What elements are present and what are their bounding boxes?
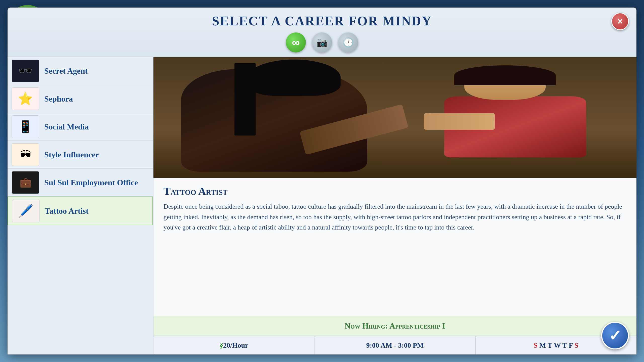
career-icon-sephora: ⭐ <box>12 87 39 110</box>
dialog-header: Select a Career for Mindy ∞ 📷 🕐 × <box>8 8 636 57</box>
career-item-sephora[interactable]: ⭐ Sephora <box>8 85 153 113</box>
career-name-secret-agent: Secret Agent <box>44 66 88 76</box>
career-name-social-media: Social Media <box>44 122 89 131</box>
career-item-sul-sul[interactable]: 💼 Sul Sul Employment Office <box>8 169 153 197</box>
career-dialog: Select a Career for Mindy ∞ 📷 🕐 × 🕶️ <box>8 8 636 354</box>
day-m: M T W T F <box>539 341 575 349</box>
career-icon-social-media: 📱 <box>12 115 39 138</box>
sephora-icon-glyph: ⭐ <box>18 92 33 106</box>
hiring-bar: Now Hiring: Apprenticeship I <box>153 316 636 336</box>
career-info: Tattoo Artist Despite once being conside… <box>153 178 636 316</box>
style-influencer-icon-glyph: 🕶 <box>20 148 31 161</box>
career-name-style-influencer: Style Influencer <box>44 150 99 159</box>
career-detail-panel: Tattoo Artist Despite once being conside… <box>153 57 636 354</box>
career-icon-style-influencer: 🕶 <box>12 143 39 166</box>
career-image <box>153 57 636 178</box>
career-item-tattoo-artist[interactable]: 🖊️ Tattoo Artist <box>8 197 153 225</box>
confirm-checkmark-icon: ✓ <box>609 327 621 344</box>
infinity-button[interactable]: ∞ <box>286 32 306 53</box>
simoleon-icon: § <box>220 341 223 349</box>
infinity-icon: ∞ <box>292 36 300 49</box>
camera-fast-button[interactable]: 📷 <box>312 32 332 53</box>
sul-sul-icon-glyph: 💼 <box>20 177 31 188</box>
career-detail-title: Tattoo Artist <box>164 185 626 197</box>
dialog-title: Select a Career for Mindy <box>23 14 621 28</box>
close-icon: × <box>617 16 623 27</box>
camera-clock-icon: 🕐 <box>343 37 354 48</box>
hiring-text: Now Hiring: Apprenticeship I <box>345 321 445 330</box>
career-item-style-influencer[interactable]: 🕶 Style Influencer <box>8 141 153 169</box>
career-detail-description: Despite once being considered as a socia… <box>164 201 626 233</box>
career-item-secret-agent[interactable]: 🕶️ Secret Agent <box>8 57 153 85</box>
header-icons: ∞ 📷 🕐 <box>23 32 621 53</box>
career-stats: §20/Hour 9:00 AM - 3:00 PM S M T W T F S <box>153 336 636 354</box>
dialog-body: 🕶️ Secret Agent ⭐ Sephora 📱 Social Media <box>8 57 636 354</box>
social-media-icon-glyph: 📱 <box>18 120 33 134</box>
confirm-button[interactable]: ✓ <box>601 322 629 349</box>
secret-agent-icon-glyph: 🕶️ <box>18 64 33 78</box>
career-icon-tattoo-artist: 🖊️ <box>12 200 40 222</box>
career-item-social-media[interactable]: 📱 Social Media <box>8 113 153 141</box>
career-name-sul-sul: Sul Sul Employment Office <box>44 178 138 187</box>
pay-value: 20/Hour <box>223 341 248 349</box>
pay-stat: §20/Hour <box>153 336 314 354</box>
camera-fast-icon: 📷 <box>316 37 328 48</box>
tattoo-scene <box>153 57 636 178</box>
camera-clock-button[interactable]: 🕐 <box>338 32 358 53</box>
career-icon-secret-agent: 🕶️ <box>12 60 39 82</box>
day-s2: S <box>575 341 579 349</box>
close-button[interactable]: × <box>611 13 629 30</box>
day-s1: S <box>534 341 538 349</box>
career-name-sephora: Sephora <box>44 94 73 104</box>
career-name-tattoo-artist: Tattoo Artist <box>45 206 89 216</box>
career-list-panel: 🕶️ Secret Agent ⭐ Sephora 📱 Social Media <box>8 57 153 354</box>
hours-stat: 9:00 AM - 3:00 PM <box>314 336 475 354</box>
career-icon-sul-sul: 💼 <box>12 171 39 194</box>
tattoo-artist-icon-glyph: 🖊️ <box>18 204 33 218</box>
